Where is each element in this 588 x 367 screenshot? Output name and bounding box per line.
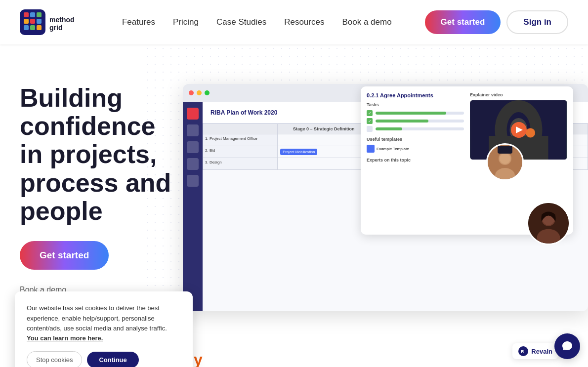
svg-rect-4 xyxy=(24,19,29,24)
chat-icon xyxy=(561,340,574,353)
grid-cell: Project Mobilization xyxy=(278,146,370,158)
template-item: Example Template xyxy=(367,144,464,154)
cookie-banner: Our website has set cookies to deliver t… xyxy=(15,291,193,367)
task-check: ✓ xyxy=(367,118,373,124)
nav-pricing[interactable]: Pricing xyxy=(173,17,199,27)
tasks-label: Tasks xyxy=(367,102,464,107)
sidebar-icon-1 xyxy=(187,124,199,136)
grid-cell xyxy=(278,134,370,146)
svg-rect-2 xyxy=(30,12,35,17)
cookie-actions: Stop cookies Continue xyxy=(27,351,181,367)
svg-text:R: R xyxy=(521,349,524,354)
navbar: method grid Features Pricing Case Studie… xyxy=(0,0,588,44)
play-triangle-icon xyxy=(516,126,523,133)
cookie-text: Our website has set cookies to deliver t… xyxy=(27,303,181,343)
svg-rect-1 xyxy=(24,12,29,17)
revain-label: Revain xyxy=(531,348,552,355)
nav-links: Features Pricing Case Studies Resources … xyxy=(122,17,392,27)
task-panel-header: 0.2.1 Agree Appointments xyxy=(367,92,464,98)
revain-icon: R xyxy=(518,346,528,356)
template-name: Example Template xyxy=(377,147,409,151)
revain-badge[interactable]: R Revain xyxy=(512,343,558,359)
topbar-dot-red xyxy=(189,90,194,95)
svg-rect-9 xyxy=(37,25,42,30)
app-header-title: RIBA Plan of Work 2020 xyxy=(210,109,277,116)
avatar-2-svg xyxy=(528,203,569,244)
template-icon xyxy=(367,145,375,153)
svg-rect-8 xyxy=(30,25,35,30)
hero-text: Building confidence in projects, process… xyxy=(20,74,173,294)
templates-section: Useful templates Example Template xyxy=(367,137,464,154)
svg-text:method: method xyxy=(49,16,75,24)
tasks-column: 0.2.1 Agree Appointments Tasks ✓ ✓ xyxy=(367,92,464,229)
svg-rect-3 xyxy=(37,12,42,17)
task-check-empty xyxy=(367,126,373,132)
avatar-2 xyxy=(527,202,570,245)
task-row xyxy=(367,126,464,132)
hero-title: Building confidence in projects, process… xyxy=(20,84,173,225)
video-label: Explainer video xyxy=(470,92,567,97)
svg-point-16 xyxy=(526,128,535,137)
grid-header-empty xyxy=(203,124,278,134)
svg-point-20 xyxy=(500,153,510,164)
cookie-learn-more-link[interactable]: You can learn more here. xyxy=(27,334,103,342)
grid-cell xyxy=(278,158,370,170)
svg-rect-7 xyxy=(24,25,29,30)
grid-header-stage0: Stage 0 – Strategic Definition xyxy=(278,124,370,134)
grid-row-label-2: 2. Bid xyxy=(203,146,278,158)
cookie-message: Our website has set cookies to deliver t… xyxy=(27,304,167,331)
nav-actions: Get started Sign in xyxy=(425,10,568,34)
sidebar-icon-3 xyxy=(187,158,199,170)
continue-button[interactable]: Continue xyxy=(87,352,138,367)
nav-book-demo[interactable]: Book a demo xyxy=(342,17,391,27)
task-bar xyxy=(376,120,464,122)
nav-resources[interactable]: Resources xyxy=(284,17,324,27)
experts-label: Experts on this topic xyxy=(367,158,464,163)
logo[interactable]: method grid xyxy=(20,8,89,36)
nav-get-started-button[interactable]: Get started xyxy=(425,10,501,34)
avatar-1 xyxy=(486,143,524,181)
stop-cookies-button[interactable]: Stop cookies xyxy=(27,351,82,367)
app-sidebar xyxy=(183,102,203,311)
hero-illustration: RIBA Plan of Work 2020 Stage 0 – Strateg… xyxy=(183,74,568,321)
sidebar-icon-active xyxy=(187,108,199,120)
sidebar-icon-4 xyxy=(187,175,199,187)
sidebar-icon-2 xyxy=(187,141,199,153)
nav-sign-in-button[interactable]: Sign in xyxy=(506,10,568,34)
svg-rect-6 xyxy=(37,19,42,24)
avatar-1-svg xyxy=(488,145,522,179)
topbar-dot-green xyxy=(205,90,210,95)
mini-card: Project Mobilization xyxy=(280,149,317,155)
hero-get-started-button[interactable]: Get started xyxy=(20,241,109,270)
logo-svg: method grid xyxy=(20,8,89,36)
topbar-dot-yellow xyxy=(197,90,202,95)
experts-section: Experts on this topic xyxy=(367,158,464,163)
video-play-button[interactable] xyxy=(511,122,527,138)
templates-label: Useful templates xyxy=(367,137,464,142)
task-bar xyxy=(376,112,464,115)
nav-case-studies[interactable]: Case Studies xyxy=(216,17,266,27)
svg-rect-5 xyxy=(30,19,35,24)
grid-row-label-3: 3. Design xyxy=(203,158,278,170)
chat-button[interactable] xyxy=(554,333,580,359)
grid-row-label-1: 1. Project Management Office xyxy=(203,134,278,146)
svg-text:grid: grid xyxy=(49,24,62,32)
svg-rect-21 xyxy=(498,146,512,154)
nav-features[interactable]: Features xyxy=(122,17,155,27)
task-row: ✓ xyxy=(367,110,464,116)
task-bar xyxy=(376,127,464,130)
task-row: ✓ xyxy=(367,118,464,124)
task-check: ✓ xyxy=(367,110,373,116)
